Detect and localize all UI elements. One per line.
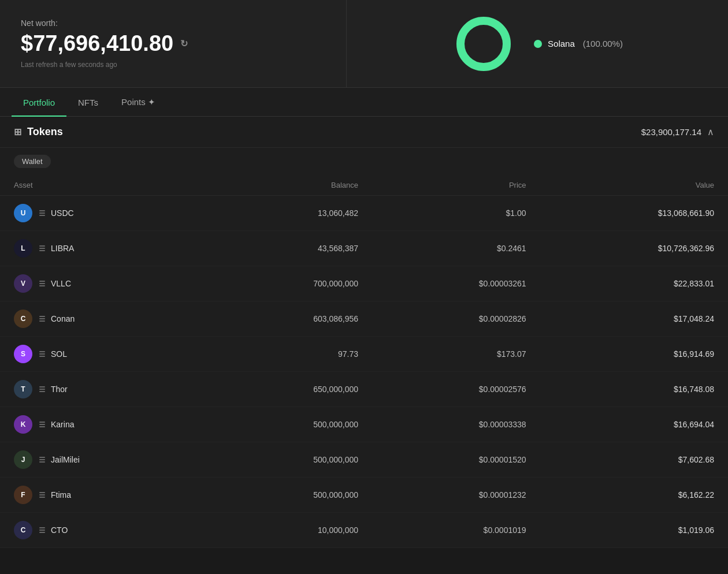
token-price: $0.00003338 [372,407,540,442]
table-row: S SOL 97.73 $173.07 $16,914.69 [0,337,728,372]
tab-points[interactable]: Points ✦ [110,88,167,117]
col-asset: Asset [0,175,209,196]
table-row: L LIBRA 43,568,387 $0.2461 $10,726,362.9… [0,231,728,266]
net-worth-value: $77,696,410.80 ↻ [21,31,325,56]
tab-portfolio[interactable]: Portfolio [12,88,66,117]
token-asset-cell: T Thor [0,372,209,407]
wallet-badge[interactable]: Wallet [14,155,51,168]
token-icon: T [14,380,32,398]
token-icon: S [14,345,32,363]
last-refresh-text: Last refresh a few seconds ago [21,61,325,69]
token-price: $1.00 [372,196,540,231]
token-price: $0.00002826 [372,301,540,337]
token-stack-indicator [39,492,45,498]
token-balance: 10,000,000 [209,513,372,548]
solana-legend-pct: (100.00%) [583,39,623,49]
token-balance: 700,000,000 [209,266,372,301]
token-price: $173.07 [372,337,540,372]
token-name: Karina [51,420,74,429]
token-name: CTO [51,525,68,535]
token-asset-cell: F Ftima [0,478,209,513]
chevron-up-icon[interactable]: ∧ [707,126,714,137]
token-icon: V [14,274,32,293]
token-name: Thor [51,385,68,394]
token-value: $10,726,362.96 [540,231,728,266]
table-row: F Ftima 500,000,000 $0.00001232 $6,162.2… [0,478,728,513]
token-icon: K [14,415,32,434]
token-stack-indicator [39,210,45,216]
table-header-row: Asset Balance Price Value [0,175,728,196]
tokens-title: ⊞ Tokens [14,126,63,138]
token-stack-indicator [39,281,45,286]
tokens-section: ⊞ Tokens $23,900,177.14 ∧ Wallet Asset B… [0,117,728,548]
token-table: Asset Balance Price Value U USDC [0,175,728,548]
token-balance: 500,000,000 [209,407,372,442]
tokens-header: ⊞ Tokens $23,900,177.14 ∧ [0,117,728,148]
token-name: LIBRA [51,244,74,253]
svg-point-1 [460,21,507,67]
table-row: C CTO 10,000,000 $0.0001019 $1,019.06 [0,513,728,548]
col-balance: Balance [209,175,372,196]
table-row: U USDC 13,060,482 $1.00 $13,068,661.90 [0,196,728,231]
token-name: Ftima [51,490,71,500]
token-name: JailMilei [51,455,80,464]
token-asset-cell: U USDC [0,196,209,231]
token-stack-indicator [39,245,45,251]
token-icon: F [14,486,32,504]
token-stack-indicator [39,457,45,463]
token-stack-indicator [39,351,45,357]
token-name: SOL [51,349,67,359]
token-price: $0.00002576 [372,372,540,407]
token-asset-cell: K Karina [0,407,209,442]
token-balance: 13,060,482 [209,196,372,231]
solana-legend-dot [534,40,542,48]
tabs-bar: Portfolio NFTs Points ✦ [0,88,728,117]
chart-panel: Solana (100.00%) [347,0,728,87]
token-icon: C [14,310,32,328]
token-asset-cell: J JailMilei [0,442,209,478]
token-value: $22,833.01 [540,266,728,301]
token-stack-indicator [39,386,45,392]
token-asset-cell: C Conan [0,301,209,337]
token-price: $0.2461 [372,231,540,266]
token-icon: J [14,450,32,469]
token-value: $6,162.22 [540,478,728,513]
token-value: $1,019.06 [540,513,728,548]
token-value: $16,748.08 [540,372,728,407]
top-section: Net worth: $77,696,410.80 ↻ Last refresh… [0,0,728,88]
solana-legend-name: Solana [548,39,575,49]
donut-chart [452,12,515,76]
wallet-badge-row: Wallet [0,148,728,175]
token-balance: 97.73 [209,337,372,372]
token-icon: U [14,204,32,222]
net-worth-panel: Net worth: $77,696,410.80 ↻ Last refresh… [0,0,347,87]
token-value: $7,602.68 [540,442,728,478]
table-row: C Conan 603,086,956 $0.00002826 $17,048.… [0,301,728,337]
table-row: V VLLC 700,000,000 $0.00003261 $22,833.0… [0,266,728,301]
net-worth-amount: $77,696,410.80 [21,31,173,56]
token-balance: 43,568,387 [209,231,372,266]
token-price: $0.00001520 [372,442,540,478]
token-stack-indicator [39,527,45,533]
refresh-icon[interactable]: ↻ [180,38,188,49]
chart-legend-solana: Solana (100.00%) [534,39,623,49]
token-name: VLLC [51,279,71,288]
table-row: K Karina 500,000,000 $0.00003338 $16,694… [0,407,728,442]
token-balance: 603,086,956 [209,301,372,337]
token-balance: 650,000,000 [209,372,372,407]
tab-nfts[interactable]: NFTs [66,88,110,117]
token-name: Conan [51,314,75,323]
net-worth-label: Net worth: [21,18,325,28]
token-stack-indicator [39,316,45,322]
token-value: $16,914.69 [540,337,728,372]
token-asset-cell: C CTO [0,513,209,548]
tokens-total: $23,900,177.14 ∧ [641,126,714,137]
token-icon: L [14,239,32,258]
token-icon: C [14,521,32,539]
table-row: J JailMilei 500,000,000 $0.00001520 $7,6… [0,442,728,478]
token-price: $0.0001019 [372,513,540,548]
token-value: $16,694.04 [540,407,728,442]
col-price: Price [372,175,540,196]
token-price: $0.00003261 [372,266,540,301]
token-asset-cell: S SOL [0,337,209,372]
